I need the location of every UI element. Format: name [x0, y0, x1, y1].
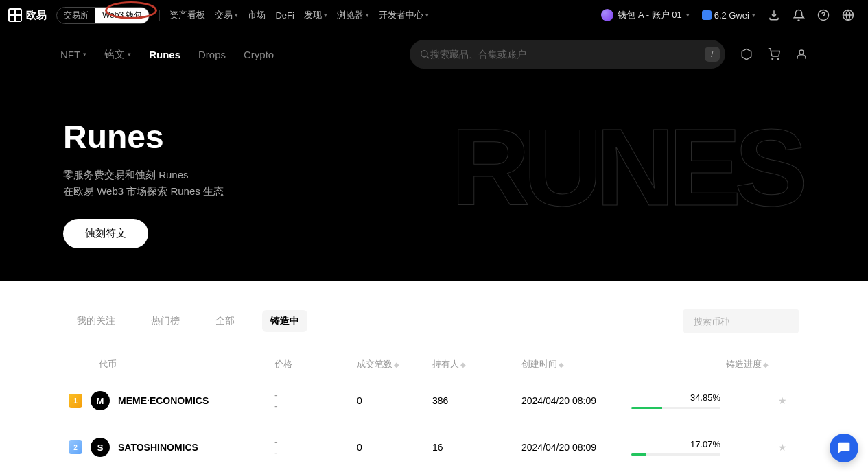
mode-exchange-button[interactable]: 交易所 [57, 8, 95, 23]
sort-icon: ◆ [559, 361, 564, 368]
mode-web3-button[interactable]: Web3 钱包 [95, 8, 149, 23]
gas-icon [702, 10, 712, 20]
brand-logo-wrap[interactable]: 欧易 [8, 8, 47, 22]
nav-trade-label: 交易 [215, 9, 233, 21]
subnav-crypto[interactable]: Crypto [244, 49, 274, 60]
subnav-runes[interactable]: Runes [149, 49, 180, 60]
col-header-price[interactable]: 价格 [274, 359, 292, 369]
wallet-selector[interactable]: 钱包 A - 账户 01 ▾ [601, 9, 689, 21]
mode-toggle: 交易所 Web3 钱包 [56, 7, 150, 24]
chevron-down-icon: ▾ [83, 51, 86, 58]
nav-market[interactable]: 市场 [248, 9, 266, 21]
nav-discover[interactable]: 发现▾ [304, 9, 327, 21]
svg-point-4 [777, 58, 779, 60]
progress-bar [631, 407, 720, 409]
search-input[interactable] [430, 49, 705, 60]
subnav-inscriptions-label: 铭文 [104, 48, 125, 61]
rank-badge: 2 [69, 440, 82, 454]
hero-subtitle-2: 在欧易 Web3 市场探索 Runes 生态 [63, 183, 868, 200]
filter-search-input[interactable] [694, 316, 809, 327]
subnav-nft[interactable]: NFT▾ [60, 49, 86, 60]
token-name: MEME·ECONOMICS [118, 395, 209, 406]
gwei-label: 6.2 Gwei [714, 10, 749, 21]
trades-value: 0 [357, 395, 432, 406]
search-icon [419, 49, 430, 60]
token-icon: S [91, 438, 110, 457]
chevron-down-icon: ▾ [752, 12, 755, 19]
table-header-row: 代币 价格 成交笔数◆ 持有人◆ 创建时间◆ 铸造进度◆ [69, 351, 799, 377]
nav-trade[interactable]: 交易▾ [215, 9, 238, 21]
nav-assets[interactable]: 资产看板 [169, 9, 205, 21]
nav-dev[interactable]: 开发者中心▾ [379, 9, 429, 21]
sub-nav: NFT▾ 铭文▾ Runes Drops Crypto / [0, 30, 868, 70]
help-icon[interactable] [817, 9, 830, 21]
price-line-2: - [274, 447, 357, 458]
created-value: 2024/04/20 08:09 [521, 395, 631, 406]
svg-point-2 [421, 51, 427, 57]
search-bar: / [410, 40, 725, 69]
holders-value: 16 [432, 442, 521, 453]
nav-dev-label: 开发者中心 [379, 9, 423, 21]
star-icon[interactable]: ★ [769, 395, 796, 406]
table-row[interactable]: 1 M MEME·ECONOMICS - - 0 386 2024/04/20 … [69, 377, 799, 424]
col-header-progress[interactable]: 铸造进度 [726, 359, 762, 369]
filter-hot[interactable]: 热门榜 [143, 310, 188, 332]
nav-defi[interactable]: DeFi [275, 10, 294, 21]
nav-browser-label: 浏览器 [337, 9, 364, 21]
col-header-holders[interactable]: 持有人 [432, 359, 459, 369]
divider [159, 10, 160, 21]
progress-bar [631, 453, 720, 456]
cart-icon[interactable] [768, 48, 780, 60]
nav-browser[interactable]: 浏览器▾ [337, 9, 369, 21]
subnav-drops[interactable]: Drops [198, 49, 226, 60]
svg-point-5 [799, 50, 804, 54]
created-value: 2024/04/20 08:09 [521, 442, 631, 453]
sort-icon: ◆ [460, 361, 466, 368]
token-icon: M [91, 391, 110, 410]
wallet-label: 钱包 A - 账户 01 [618, 9, 681, 21]
price-line-1: - [274, 390, 357, 401]
brand-text: 欧易 [26, 9, 47, 22]
price-line-1: - [274, 436, 357, 447]
top-nav: 欧易 交易所 Web3 钱包 资产看板 交易▾ 市场 DeFi 发现▾ 浏览器▾… [0, 0, 868, 30]
filter-all[interactable]: 全部 [207, 310, 243, 332]
subnav-nft-label: NFT [60, 49, 80, 60]
price-line-2: - [274, 401, 357, 412]
hero-section: NFT▾ 铭文▾ Runes Drops Crypto / RUNES [0, 30, 868, 281]
hero-subtitle-1: 零服务费交易和蚀刻 Runes [63, 167, 868, 183]
progress-percent: 34.85% [690, 392, 720, 403]
token-name: SATOSHINOMICS [118, 442, 198, 453]
nav-discover-label: 发现 [304, 9, 322, 21]
wallet-avatar-icon [601, 9, 613, 21]
filter-my-follow[interactable]: 我的关注 [69, 310, 124, 332]
chevron-down-icon: ▾ [366, 12, 369, 19]
chevron-down-icon: ▾ [686, 12, 690, 19]
chevron-down-icon: ▾ [128, 51, 131, 58]
etch-rune-button[interactable]: 蚀刻符文 [63, 219, 148, 248]
filter-search-bar [683, 309, 799, 333]
progress-percent: 17.07% [690, 439, 720, 449]
chevron-down-icon: ▾ [324, 12, 327, 19]
rank-badge: 1 [69, 394, 82, 408]
table-section: 我的关注 热门榜 全部 铸造中 代币 价格 成交笔数◆ 持有人◆ 创建时间◆ 铸… [0, 281, 868, 471]
col-header-created[interactable]: 创建时间 [521, 359, 557, 369]
subnav-inscriptions[interactable]: 铭文▾ [104, 48, 131, 61]
globe-icon[interactable] [842, 9, 854, 21]
star-icon[interactable]: ★ [769, 442, 796, 453]
holders-value: 386 [432, 395, 521, 406]
gwei-selector[interactable]: 6.2 Gwei ▾ [702, 10, 755, 21]
col-header-token[interactable]: 代币 [99, 358, 117, 370]
cube-icon[interactable] [740, 48, 753, 60]
table-row[interactable]: 2 S SATOSHINOMICS - - 0 16 2024/04/20 08… [69, 424, 799, 471]
sort-icon: ◆ [394, 361, 399, 368]
chevron-down-icon: ▾ [235, 12, 238, 19]
download-icon[interactable] [768, 9, 780, 21]
filter-minting[interactable]: 铸造中 [262, 310, 307, 332]
chevron-down-icon: ▾ [425, 12, 429, 19]
chat-button[interactable] [830, 434, 858, 462]
col-header-trades[interactable]: 成交笔数 [357, 359, 392, 369]
bell-icon[interactable] [793, 9, 805, 21]
sort-icon: ◆ [763, 361, 769, 368]
trades-value: 0 [357, 442, 432, 453]
user-icon[interactable] [795, 48, 808, 60]
